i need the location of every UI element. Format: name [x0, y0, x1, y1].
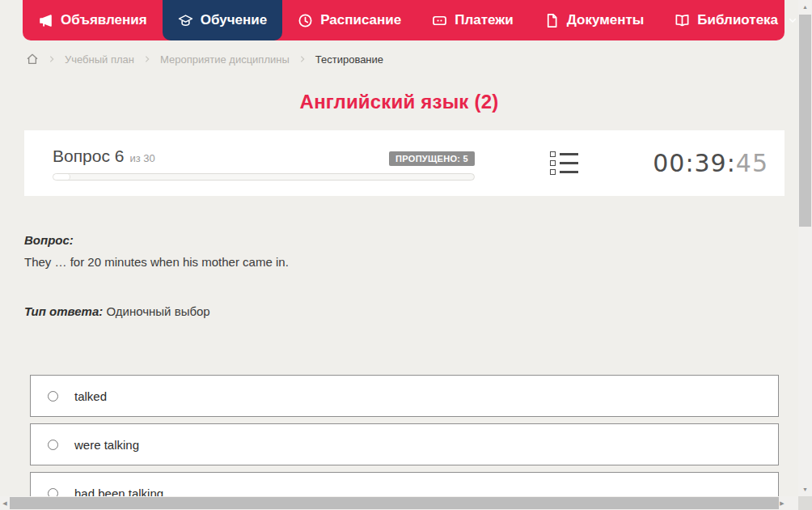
timer-seconds: 45: [736, 149, 768, 177]
question-heading: Вопрос:: [24, 233, 812, 247]
answer-type-value: Одиночный выбор: [106, 304, 209, 318]
question-number: Вопрос 6: [53, 147, 124, 166]
chevron-down-icon: [787, 15, 798, 26]
scroll-down-icon[interactable]: ▼: [798, 482, 812, 496]
progress-bar: [53, 173, 475, 181]
answer-option-label: were talking: [74, 438, 139, 452]
list-icon: [550, 160, 578, 166]
home-icon[interactable]: [26, 53, 39, 66]
timer: 00:39:45: [653, 149, 768, 177]
nav-item-library[interactable]: Библиотека: [659, 0, 812, 40]
nav-item-announcements[interactable]: Объявления: [23, 0, 163, 40]
list-icon: [550, 151, 578, 157]
top-navigation: Объявления Обучение Расписание Платежи Д…: [23, 0, 785, 40]
list-icon: [550, 169, 578, 175]
nav-item-payments[interactable]: Платежи: [417, 0, 529, 40]
answer-option-label: talked: [74, 389, 107, 403]
timer-minutes: 00:39:: [653, 149, 736, 177]
nav-item-label: Библиотека: [697, 12, 778, 28]
nav-item-documents[interactable]: Документы: [529, 0, 660, 40]
question-list-button[interactable]: [547, 148, 582, 178]
question-total: из 30: [129, 152, 389, 164]
nav-item-label: Обучение: [201, 12, 267, 28]
question-text: They … for 20 minutes when his mother ca…: [24, 255, 812, 269]
breadcrumb-item-curriculum[interactable]: Учебный план: [65, 53, 134, 66]
nav-item-label: Документы: [567, 12, 645, 28]
scroll-left-icon[interactable]: ◀: [0, 496, 10, 510]
clock-icon: [298, 13, 313, 28]
answer-type-label: Тип ответа:: [24, 304, 103, 318]
radio-icon[interactable]: [48, 440, 58, 450]
document-icon: [544, 13, 560, 28]
breadcrumb-separator-icon: [298, 55, 307, 63]
question-header-card: Вопрос 6 из 30 ПРОПУЩЕНО: 5 00:39:45: [24, 130, 785, 196]
question-body: Вопрос: They … for 20 minutes when his m…: [24, 233, 812, 318]
answer-options: talked were talking had been talking: [30, 375, 812, 510]
breadcrumb-separator-icon: [143, 55, 151, 63]
breadcrumb: Учебный план Мероприятие дисциплины Тест…: [26, 53, 812, 66]
answer-option-were-talking[interactable]: were talking: [30, 423, 779, 465]
radio-icon[interactable]: [48, 391, 58, 402]
breadcrumb-item-discipline-event[interactable]: Мероприятие дисциплины: [160, 53, 290, 66]
nav-item-label: Платежи: [455, 12, 514, 28]
nav-item-label: Расписание: [320, 12, 401, 28]
answer-option-talked[interactable]: talked: [30, 375, 779, 417]
scrollbar-corner: [798, 496, 812, 510]
graduation-cap-icon: [178, 13, 193, 28]
vertical-scrollbar[interactable]: ▲ ▼: [798, 0, 812, 496]
nav-item-schedule[interactable]: Расписание: [282, 0, 417, 40]
megaphone-icon: [38, 13, 53, 28]
scroll-right-icon[interactable]: ▶: [777, 496, 787, 510]
scroll-up-icon[interactable]: ▲: [798, 0, 812, 14]
question-progress-block: Вопрос 6 из 30 ПРОПУЩЕНО: 5: [53, 147, 475, 181]
skipped-badge: ПРОПУЩЕНО: 5: [389, 151, 475, 166]
breadcrumb-item-testing: Тестирование: [315, 53, 383, 66]
vertical-scrollbar-thumb[interactable]: [799, 15, 811, 227]
horizontal-scrollbar[interactable]: ◀ ▶: [0, 496, 798, 510]
horizontal-scrollbar-thumb[interactable]: [10, 497, 779, 509]
book-icon: [675, 13, 690, 28]
progress-bar-fill: [53, 174, 70, 180]
wallet-icon: [432, 13, 447, 28]
page-title: Английский язык (2): [0, 91, 798, 113]
nav-item-label: Объявления: [61, 12, 147, 28]
nav-item-education[interactable]: Обучение: [163, 0, 282, 40]
breadcrumb-separator-icon: [48, 55, 56, 63]
